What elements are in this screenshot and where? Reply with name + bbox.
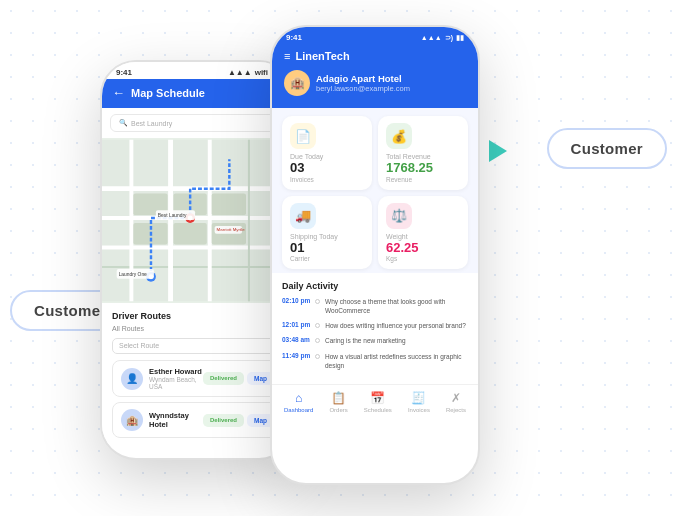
stat-icon-due-today: 📄: [290, 123, 316, 149]
rejects-nav-label: Rejects: [446, 407, 466, 413]
delivered-button-1[interactable]: Delivered: [203, 372, 244, 385]
activity-text-2: Caring is the new marketing: [325, 336, 406, 345]
activity-time-2: 03:48 am: [282, 336, 310, 343]
stats-grid: 📄 Due Today 03 Invoices 💰 Total Revenue …: [272, 108, 478, 273]
activity-text-3: How a visual artist redefines success in…: [325, 352, 468, 370]
dashboard-nav-label: Dashboard: [284, 407, 313, 413]
right-status-bar: 9:41 ▲▲▲ ⊃) ▮▮: [272, 27, 478, 44]
schedules-nav-label: Schedules: [364, 407, 392, 413]
phone-left-body: 9:41 ▲▲▲ wifi ▮▮ ← Map Schedule 🔍 Best L…: [100, 60, 295, 460]
activity-item-0: 02:10 pm Why choose a theme that looks g…: [282, 297, 468, 315]
nav-item-orders[interactable]: 📋 Orders: [329, 391, 347, 413]
user-name: Adagio Apart Hotel: [316, 73, 410, 84]
stat-value-weight: 62.25: [386, 240, 460, 256]
right-time: 9:41: [286, 33, 302, 42]
user-details: Adagio Apart Hotel beryl.lawson@example.…: [316, 73, 410, 93]
stat-sub-due-today: Invoices: [290, 176, 364, 183]
driver-routes-title: Driver Routes: [112, 311, 283, 321]
driver-name-1: Esther Howard: [149, 367, 203, 376]
orders-nav-icon: 📋: [331, 391, 346, 405]
activity-title: Daily Activity: [282, 281, 468, 291]
stat-card-shipping[interactable]: 🚚 Shipping Today 01 Carrier: [282, 196, 372, 270]
dashboard-nav-icon: ⌂: [295, 391, 302, 405]
customer-badge-left-text: Customer: [34, 302, 106, 319]
back-arrow-icon[interactable]: ←: [112, 85, 125, 100]
stat-value-revenue: 1768.25: [386, 160, 460, 176]
delivered-button-2[interactable]: Delivered: [203, 414, 244, 427]
stat-card-due-today[interactable]: 📄 Due Today 03 Invoices: [282, 116, 372, 190]
stat-card-weight[interactable]: ⚖️ Weight 62.25 Kgs: [378, 196, 468, 270]
driver-card-1: 👤 Esther Howard Wyndam Beach, USA Delive…: [112, 360, 283, 397]
customer-badge-right: Customer: [547, 128, 667, 169]
activity-text-1: How does writing influence your personal…: [325, 321, 466, 330]
stat-value-shipping: 01: [290, 240, 364, 256]
user-avatar: 🏨: [284, 70, 310, 96]
driver-left-1: 👤 Esther Howard Wyndam Beach, USA: [121, 367, 203, 390]
stat-icon-revenue: 💰: [386, 123, 412, 149]
stat-sub-revenue: Revenue: [386, 176, 460, 183]
activity-item-2: 03:48 am Caring is the new marketing: [282, 336, 468, 345]
schedules-nav-icon: 📅: [370, 391, 385, 405]
driver-routes-section: Driver Routes All Routes Select Route ▾ …: [102, 303, 293, 451]
map-area: Best Laundry Laundry One Marriott Myrtle: [102, 138, 293, 303]
driver-left-2: 🏨 Wynndstay Hotel: [121, 409, 203, 431]
activity-dot-0: [315, 299, 320, 304]
stat-label-revenue: Total Revenue: [386, 153, 460, 160]
svg-text:Laundry One: Laundry One: [119, 272, 147, 277]
phone-left: 9:41 ▲▲▲ wifi ▮▮ ← Map Schedule 🔍 Best L…: [100, 60, 295, 460]
activity-text-0: Why choose a theme that looks good with …: [325, 297, 468, 315]
hamburger-icon[interactable]: ≡: [284, 50, 290, 62]
revenue-icon: 💰: [391, 129, 407, 144]
right-signal-icon: ▲▲▲: [421, 34, 442, 41]
left-time: 9:41: [116, 68, 132, 77]
signal-icon: ▲▲▲: [228, 68, 252, 77]
bottom-nav: ⌂ Dashboard 📋 Orders 📅 Schedules 🧾 Invoi…: [272, 384, 478, 421]
activity-item-1: 12:01 pm How does writing influence your…: [282, 321, 468, 330]
svg-rect-14: [174, 223, 207, 245]
search-icon: 🔍: [119, 119, 128, 127]
invoices-nav-label: Invoices: [408, 407, 430, 413]
driver-actions-1: Delivered Map: [203, 372, 274, 385]
daily-activity-section: Daily Activity 02:10 pm Why choose a the…: [272, 273, 478, 384]
phone-right: 9:41 ▲▲▲ ⊃) ▮▮ ≡ LinenTech 🏨 Adagio Apar…: [270, 25, 480, 485]
map-svg: Best Laundry Laundry One Marriott Myrtle: [102, 138, 293, 303]
search-text: Best Laundry: [131, 120, 172, 127]
driver-info-1: Esther Howard Wyndam Beach, USA: [149, 367, 203, 390]
nav-item-dashboard[interactable]: ⌂ Dashboard: [284, 391, 313, 413]
stat-sub-shipping: Carrier: [290, 255, 364, 262]
left-status-bar: 9:41 ▲▲▲ wifi ▮▮: [102, 62, 293, 79]
stat-value-due-today: 03: [290, 160, 364, 176]
driver-card-2: 🏨 Wynndstay Hotel Delivered Map: [112, 402, 283, 438]
user-email: beryl.lawson@example.com: [316, 84, 410, 93]
routes-filter-label: All Routes: [112, 325, 283, 332]
activity-item-3: 11:49 pm How a visual artist redefines s…: [282, 352, 468, 370]
weight-icon: ⚖️: [391, 208, 407, 223]
svg-text:Marriott Myrtle: Marriott Myrtle: [217, 227, 246, 232]
app-name: LinenTech: [295, 50, 349, 62]
stat-sub-weight: Kgs: [386, 255, 460, 262]
right-wifi-icon: ⊃): [445, 34, 453, 42]
rejects-nav-icon: ✗: [451, 391, 461, 405]
svg-text:Best Laundry: Best Laundry: [158, 213, 187, 218]
activity-time-1: 12:01 pm: [282, 321, 310, 328]
map-search-bar[interactable]: 🔍 Best Laundry: [110, 114, 285, 132]
driver-avatar-1: 👤: [121, 368, 143, 390]
nav-item-invoices[interactable]: 🧾 Invoices: [408, 391, 430, 413]
stat-icon-weight: ⚖️: [386, 203, 412, 229]
right-status-icons: ▲▲▲ ⊃) ▮▮: [421, 34, 464, 42]
wifi-icon: wifi: [255, 68, 268, 77]
nav-item-rejects[interactable]: ✗ Rejects: [446, 391, 466, 413]
phone-right-body: 9:41 ▲▲▲ ⊃) ▮▮ ≡ LinenTech 🏨 Adagio Apar…: [270, 25, 480, 485]
driver-name-2: Wynndstay Hotel: [149, 411, 203, 429]
driver-actions-2: Delivered Map: [203, 414, 274, 427]
arrow-right-icon: [489, 140, 507, 162]
invoice-icon: 📄: [295, 129, 311, 144]
driver-avatar-2: 🏨: [121, 409, 143, 431]
route-select[interactable]: Select Route ▾: [112, 338, 283, 354]
svg-rect-12: [212, 194, 246, 216]
nav-item-schedules[interactable]: 📅 Schedules: [364, 391, 392, 413]
activity-dot-2: [315, 338, 320, 343]
orders-nav-label: Orders: [329, 407, 347, 413]
activity-dot-3: [315, 354, 320, 359]
stat-card-revenue[interactable]: 💰 Total Revenue 1768.25 Revenue: [378, 116, 468, 190]
